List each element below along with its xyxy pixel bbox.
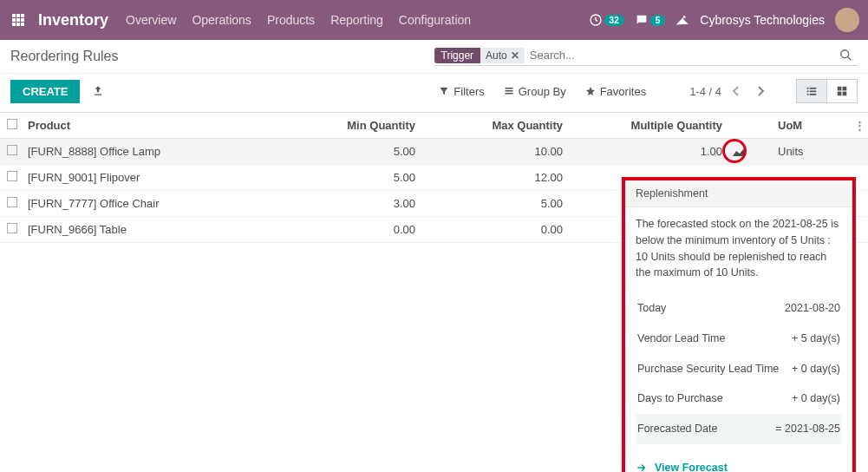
svg-rect-2 <box>21 14 24 17</box>
cell-multiple[interactable]: 1.00 <box>570 139 752 164</box>
control-panel-top: Reordering Rules Trigger Auto ✕ <box>0 40 868 74</box>
info-label: Purchase Security Lead Time <box>637 361 779 377</box>
cell-max[interactable]: 12.00 <box>422 165 570 190</box>
search-facet-label: Trigger <box>434 48 481 63</box>
svg-rect-7 <box>16 23 20 26</box>
info-value: 2021-08-20 <box>785 300 840 317</box>
info-label: Today <box>637 300 666 317</box>
svg-point-10 <box>841 50 849 58</box>
svg-rect-23 <box>838 92 842 96</box>
cell-min[interactable]: 5.00 <box>301 139 422 164</box>
row-checkbox[interactable] <box>0 139 21 164</box>
info-label: Vendor Lead Time <box>637 331 725 347</box>
cell-product[interactable]: [FURN_8888] Office Lamp <box>21 139 301 164</box>
cell-product[interactable]: [FURN_7777] Office Chair <box>21 191 301 216</box>
groupby-label: Group By <box>519 85 566 98</box>
export-button[interactable] <box>88 82 108 101</box>
info-value: + 0 day(s) <box>792 361 840 377</box>
pager-text[interactable]: 1-4 / 4 <box>689 85 721 98</box>
row-checkbox[interactable] <box>0 217 21 242</box>
table-row[interactable]: [FURN_8888] Office Lamp5.0010.001.00 Uni… <box>0 139 868 165</box>
activities-button[interactable]: 32 <box>589 13 624 27</box>
groupby-button[interactable]: Group By <box>504 85 566 98</box>
svg-rect-19 <box>807 94 809 95</box>
info-label: Forecasted Date <box>637 421 717 437</box>
search-facet-text: Auto <box>486 49 507 62</box>
activities-count: 32 <box>604 15 624 26</box>
svg-rect-0 <box>12 14 16 17</box>
cell-uom[interactable]: Units <box>752 139 847 164</box>
cell-max[interactable]: 5.00 <box>422 191 570 216</box>
svg-rect-17 <box>807 90 809 92</box>
search-facet-value: Auto ✕ <box>480 48 525 63</box>
col-max[interactable]: Max Quantity <box>422 113 570 138</box>
col-multiple[interactable]: Multiple Quantity <box>570 113 752 138</box>
col-product[interactable]: Product <box>21 113 301 138</box>
popover-info-row: Today2021-08-20 <box>636 293 842 324</box>
nav-operations[interactable]: Operations <box>192 13 251 27</box>
nav-reporting[interactable]: Reporting <box>330 13 383 27</box>
row-checkbox[interactable] <box>0 191 21 216</box>
svg-rect-1 <box>16 14 20 17</box>
replenishment-popover: Replenishment The forecasted stock on th… <box>622 177 856 472</box>
nav-overview[interactable]: Overview <box>126 13 176 27</box>
svg-rect-20 <box>810 94 817 95</box>
view-list-button[interactable] <box>796 79 826 103</box>
avatar[interactable] <box>835 8 859 32</box>
table-header: Product Min Quantity Max Quantity Multip… <box>0 112 868 139</box>
popover-title: Replenishment <box>625 180 852 207</box>
svg-rect-24 <box>843 92 847 96</box>
col-optional-fields[interactable]: ⋮ <box>847 113 868 138</box>
svg-rect-14 <box>505 93 512 95</box>
apps-icon[interactable] <box>9 14 28 26</box>
user-name[interactable]: Cybrosys Technologies <box>700 13 825 27</box>
svg-rect-8 <box>21 23 24 26</box>
col-uom[interactable]: UoM <box>752 113 847 138</box>
cell-max[interactable]: 10.00 <box>422 139 570 164</box>
view-kanban-button[interactable] <box>826 79 858 103</box>
cell-max[interactable]: 0.00 <box>422 217 570 242</box>
view-forecast-label: View Forecast <box>655 462 728 472</box>
search-input[interactable] <box>525 47 834 63</box>
cell-product[interactable]: [FURN_9001] Flipover <box>21 165 301 190</box>
app-brand[interactable]: Inventory <box>28 11 126 30</box>
cell-min[interactable]: 5.00 <box>301 165 422 190</box>
row-checkbox[interactable] <box>0 165 21 190</box>
popover-info-row: Vendor Lead Time+ 5 day(s) <box>636 324 842 354</box>
forecast-icon[interactable] <box>731 144 747 160</box>
search-bar[interactable]: Trigger Auto ✕ <box>434 47 858 66</box>
arrow-right-icon <box>636 462 648 472</box>
popover-info-row: Purchase Security Lead Time+ 0 day(s) <box>636 354 842 384</box>
pager: 1-4 / 4 <box>689 82 770 101</box>
pager-next[interactable] <box>751 82 770 101</box>
cell-min[interactable]: 0.00 <box>301 217 422 242</box>
pager-prev[interactable] <box>727 82 746 101</box>
create-button[interactable]: CREATE <box>10 80 80 103</box>
search-icon[interactable] <box>834 49 858 62</box>
filters-button[interactable]: Filters <box>439 85 484 98</box>
messages-count: 5 <box>650 15 666 26</box>
favorites-button[interactable]: Favorites <box>585 85 646 98</box>
favorites-label: Favorites <box>600 85 646 98</box>
control-panel-bottom: CREATE Filters Group By Favorites 1-4 / … <box>0 74 868 112</box>
search-facet-remove[interactable]: ✕ <box>511 49 519 62</box>
view-forecast-link[interactable]: View Forecast <box>636 462 728 472</box>
debug-icon[interactable] <box>675 13 689 27</box>
col-min[interactable]: Min Quantity <box>301 113 422 138</box>
svg-line-11 <box>847 56 851 60</box>
cell-product[interactable]: [FURN_9666] Table <box>21 217 301 242</box>
messages-button[interactable]: 5 <box>635 13 666 27</box>
popover-info-row: Days to Purchase+ 0 day(s) <box>636 384 842 414</box>
cell-min[interactable]: 3.00 <box>301 191 422 216</box>
svg-rect-12 <box>505 88 512 89</box>
main-nav: Overview Operations Products Reporting C… <box>126 13 471 27</box>
nav-configuration[interactable]: Configuration <box>399 13 471 27</box>
svg-rect-22 <box>843 87 847 91</box>
nav-products[interactable]: Products <box>267 13 315 27</box>
popover-info-list: Today2021-08-20Vendor Lead Time+ 5 day(s… <box>636 293 842 444</box>
svg-rect-4 <box>16 18 20 22</box>
header-checkbox[interactable] <box>0 113 21 138</box>
breadcrumb: Reordering Rules <box>10 49 434 64</box>
topbar-right: 32 5 Cybrosys Technologies <box>589 8 859 32</box>
view-switcher <box>796 79 858 103</box>
